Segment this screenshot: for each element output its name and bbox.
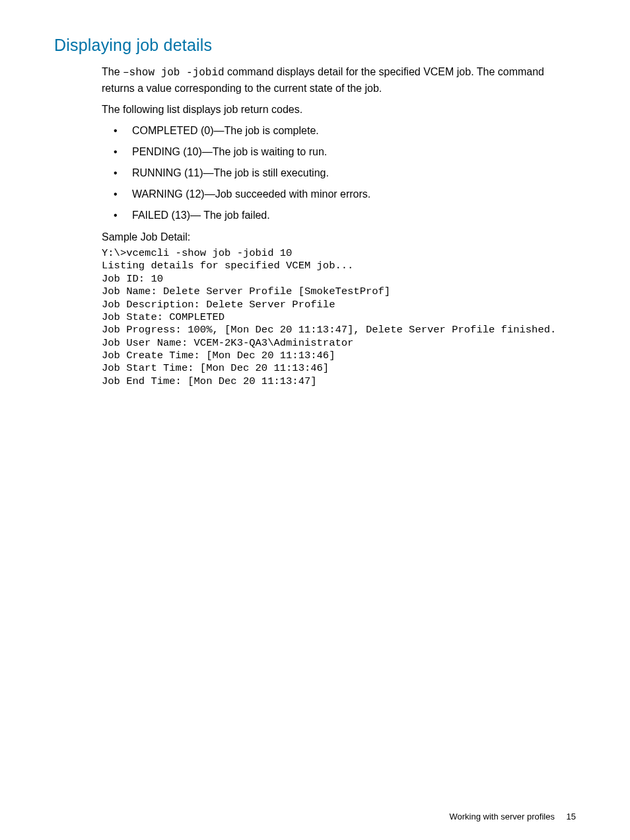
- list-item: RUNNING (11)—The job is still executing.: [102, 165, 576, 181]
- list-item: PENDING (10)—The job is waiting to run.: [102, 144, 576, 160]
- body-block: The –show job -jobid command displays de…: [102, 64, 576, 388]
- sample-label: Sample Job Detail:: [102, 231, 576, 243]
- page-footer: Working with server profiles 15: [449, 812, 576, 821]
- list-item: FAILED (13)— The job failed.: [102, 208, 576, 223]
- section-heading: Displaying job details: [54, 36, 576, 55]
- list-intro: The following list displays job return c…: [102, 102, 576, 118]
- list-item: WARNING (12)—Job succeeded with minor er…: [102, 186, 576, 202]
- footer-section: Working with server profiles: [449, 812, 554, 821]
- intro-paragraph: The –show job -jobid command displays de…: [102, 64, 576, 96]
- sample-output: Y:\>vcemcli -show job -jobid 10 Listing …: [102, 247, 576, 388]
- return-codes-list: COMPLETED (0)—The job is complete. PENDI…: [102, 123, 576, 223]
- list-item: COMPLETED (0)—The job is complete.: [102, 123, 576, 139]
- footer-page-number: 15: [567, 812, 576, 821]
- intro-command: –show job -jobid: [123, 67, 225, 79]
- intro-prefix: The: [102, 66, 123, 77]
